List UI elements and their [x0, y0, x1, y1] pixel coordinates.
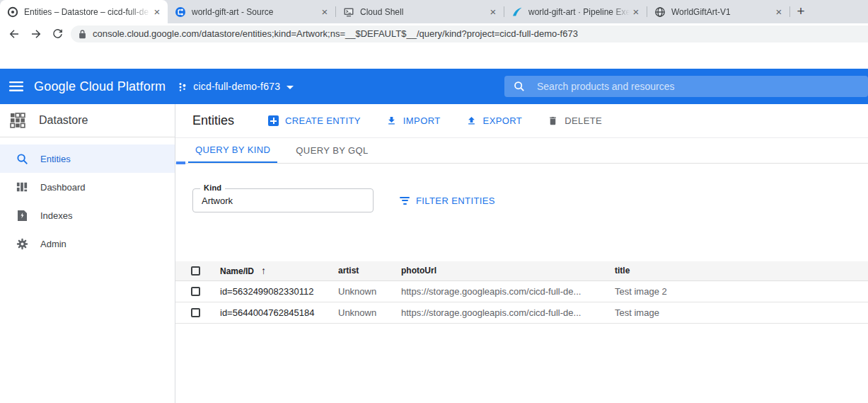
close-icon[interactable]: ×	[318, 6, 331, 18]
indexes-icon	[16, 210, 28, 222]
tab-title: world-gift-art - Source	[192, 7, 318, 17]
main-panel: Entities CREATE ENTITY IMPORT EXPORT DEL…	[175, 104, 868, 403]
tab-separator	[335, 6, 336, 17]
sidebar-item-label: Admin	[40, 239, 66, 249]
spinnaker-icon	[511, 6, 523, 18]
delete-label: DELETE	[565, 115, 602, 126]
sidebar-item-label: Entities	[40, 154, 71, 164]
filter-icon	[400, 195, 410, 206]
browser-tab-strip: Entities – Datastore – cicd-full-de × wo…	[0, 0, 868, 23]
page-title: Entities	[192, 113, 234, 128]
close-icon[interactable]: ×	[151, 6, 163, 18]
sidebar: Datastore Entities Dashboard Indexes	[0, 104, 175, 403]
close-icon[interactable]: ×	[630, 6, 642, 18]
filter-entities-label: FILTER ENTITIES	[416, 195, 495, 206]
column-header-name-id[interactable]: Name/ID↑	[220, 261, 338, 280]
row-checkbox[interactable]	[191, 287, 200, 296]
add-box-icon	[268, 115, 279, 126]
sidebar-header: Datastore	[0, 104, 175, 137]
browser-tab-entities[interactable]: Entities – Datastore – cicd-full-de ×	[0, 0, 168, 23]
url-text: console.cloud.google.com/datastore/entit…	[93, 28, 578, 39]
import-button[interactable]: IMPORT	[386, 115, 441, 126]
cell-artist: Unknown	[338, 302, 401, 323]
browser-tab-worldgiftart[interactable]: WorldGiftArt-V1 ×	[647, 0, 789, 23]
tab-query-by-gql[interactable]: QUERY BY GQL	[289, 138, 375, 163]
column-header-title[interactable]: title	[615, 261, 868, 280]
create-entity-label: CREATE ENTITY	[285, 115, 361, 126]
cell-artist: Unknown	[338, 280, 401, 302]
chevron-down-icon	[287, 86, 294, 89]
cell-name-id[interactable]: id=5644004762845184	[220, 302, 338, 323]
sidebar-item-admin[interactable]: Admin	[0, 229, 175, 258]
project-icon	[178, 81, 188, 92]
source-repo-icon	[175, 6, 186, 18]
export-button[interactable]: EXPORT	[466, 115, 523, 126]
tab-separator	[647, 6, 647, 17]
sidebar-title: Datastore	[39, 114, 88, 127]
sidebar-item-dashboard[interactable]: Dashboard	[0, 173, 175, 201]
cell-name-id[interactable]: id=5632499082330112	[220, 280, 338, 302]
import-icon	[386, 115, 397, 126]
main-header: Entities CREATE ENTITY IMPORT EXPORT DEL…	[175, 104, 868, 138]
tab-title: world-gift-art · Pipeline Execution	[528, 7, 630, 17]
browser-tab-pipeline[interactable]: world-gift-art · Pipeline Execution ×	[504, 0, 647, 23]
tab-separator	[789, 6, 790, 17]
kind-field-row: Kind FILTER ENTITIES	[192, 188, 868, 212]
kind-field: Kind	[192, 188, 374, 212]
table-header-row: Name/ID↑ artist photoUrl title	[175, 261, 868, 280]
entities-table-wrap: Name/ID↑ artist photoUrl title id=563249…	[175, 261, 868, 324]
export-label: EXPORT	[483, 115, 523, 126]
scroll-indicator[interactable]	[176, 161, 185, 164]
content: Datastore Entities Dashboard Indexes	[0, 104, 868, 403]
lock-icon	[79, 29, 86, 39]
project-name: cicd-full-demo-f673	[193, 81, 280, 92]
import-label: IMPORT	[403, 115, 441, 126]
cloud-shell-icon	[343, 6, 354, 18]
reload-button[interactable]	[47, 24, 69, 44]
create-entity-button[interactable]: CREATE ENTITY	[268, 115, 361, 126]
kind-field-label: Kind	[200, 183, 225, 192]
sidebar-item-entities[interactable]: Entities	[0, 144, 175, 173]
tab-title: Cloud Shell	[360, 7, 487, 17]
sidebar-item-label: Dashboard	[40, 182, 86, 193]
row-checkbox[interactable]	[191, 308, 200, 317]
sort-ascending-icon: ↑	[261, 265, 266, 276]
tab-query-by-kind[interactable]: QUERY BY KIND	[188, 138, 277, 163]
gcp-console-icon	[7, 6, 18, 18]
trash-icon	[548, 115, 558, 126]
table-row[interactable]: id=5632499082330112 Unknown https://stor…	[175, 280, 868, 302]
column-header-photourl[interactable]: photoUrl	[401, 261, 615, 280]
sidebar-item-label: Indexes	[40, 210, 73, 221]
delete-button[interactable]: DELETE	[548, 115, 602, 126]
datastore-icon	[10, 113, 25, 128]
search-icon	[514, 81, 525, 92]
new-tab-button[interactable]: +	[790, 2, 811, 22]
browser-toolbar: console.cloud.google.com/datastore/entit…	[0, 23, 868, 44]
sidebar-item-indexes[interactable]: Indexes	[0, 201, 175, 229]
dashboard-icon	[16, 181, 28, 193]
header-search-box[interactable]	[504, 76, 868, 97]
back-button[interactable]	[3, 24, 25, 44]
gcp-header: Google Cloud Platform cicd-full-demo-f67…	[0, 69, 868, 104]
select-all-checkbox[interactable]	[191, 266, 200, 276]
kind-input[interactable]	[193, 189, 373, 212]
browser-tab-source[interactable]: world-gift-art - Source ×	[168, 0, 335, 23]
project-switcher[interactable]: cicd-full-demo-f673	[178, 81, 294, 92]
hamburger-menu-icon[interactable]	[0, 69, 33, 104]
cell-photourl: https://storage.googleapis.com/cicd-full…	[401, 302, 615, 323]
gear-icon	[16, 238, 28, 250]
close-icon[interactable]: ×	[487, 6, 499, 18]
close-icon[interactable]: ×	[772, 6, 785, 18]
url-bar[interactable]: console.cloud.google.com/datastore/entit…	[71, 25, 868, 42]
browser-tab-cloud-shell[interactable]: Cloud Shell ×	[336, 0, 504, 23]
search-input[interactable]	[537, 81, 820, 92]
table-row[interactable]: id=5644004762845184 Unknown https://stor…	[175, 302, 868, 323]
column-header-artist[interactable]: artist	[338, 261, 401, 280]
gcp-logo[interactable]: Google Cloud Platform	[34, 79, 166, 94]
cell-title: Test image	[615, 302, 868, 323]
globe-icon	[654, 6, 666, 18]
sidebar-nav: Entities Dashboard Indexes Admin	[0, 144, 175, 258]
forward-button[interactable]	[25, 24, 47, 44]
filter-entities-button[interactable]: FILTER ENTITIES	[400, 195, 495, 206]
query-panel: Kind FILTER ENTITIES Name/ID↑	[175, 188, 868, 324]
